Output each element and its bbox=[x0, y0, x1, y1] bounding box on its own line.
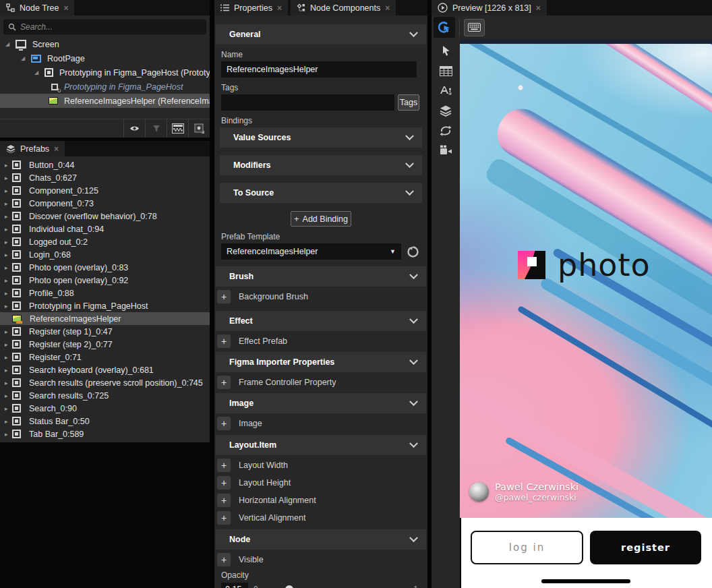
prefab-item[interactable]: ▸Component_0:125 bbox=[0, 184, 210, 197]
section-general[interactable]: General bbox=[216, 24, 426, 45]
expander-icon[interactable]: ▸ bbox=[5, 175, 12, 181]
prefab-template-dropdown[interactable]: ReferenceImagesHelper ▼ bbox=[221, 243, 401, 260]
tree-row-referenceimageshelper[interactable]: ReferenceImagesHelper (ReferenceImag bbox=[0, 94, 210, 108]
layers-icon[interactable] bbox=[439, 105, 452, 117]
preview-viewport[interactable]: photo Pawel Czerwinski @pawel_czerwinski… bbox=[460, 39, 712, 588]
expander-icon[interactable]: ▸ bbox=[5, 380, 12, 386]
section-value-sources[interactable]: Value Sources bbox=[220, 127, 422, 148]
filter-button[interactable] bbox=[145, 119, 167, 138]
prefab-item[interactable]: ▸Search keyboard (overlay)_0:681 bbox=[0, 363, 210, 376]
section-figma-importer[interactable]: Figma Importer Properties bbox=[216, 352, 426, 372]
add-property-button[interactable]: + bbox=[217, 417, 231, 430]
close-icon[interactable]: × bbox=[54, 145, 59, 153]
add-property-button[interactable]: + bbox=[217, 334, 231, 348]
expander-icon[interactable]: ▸ bbox=[5, 162, 12, 169]
close-icon[interactable]: × bbox=[536, 4, 541, 12]
add-property-button[interactable]: + bbox=[217, 476, 231, 490]
expander-icon[interactable]: ▸ bbox=[5, 303, 12, 310]
interaction-mode-button[interactable] bbox=[434, 17, 455, 38]
grid-table-icon[interactable] bbox=[440, 66, 452, 76]
expander-icon[interactable]: ◢ bbox=[3, 41, 11, 47]
tab-prefabs[interactable]: Prefabs × bbox=[0, 141, 65, 156]
prefab-item[interactable]: ▸Search results_0:725 bbox=[0, 389, 210, 402]
prefab-item[interactable]: ▸Register_0:71 bbox=[0, 351, 210, 363]
section-node[interactable]: Node bbox=[216, 529, 426, 550]
expander-icon[interactable]: ▸ bbox=[5, 405, 12, 412]
register-button[interactable]: register bbox=[590, 531, 701, 564]
log-in-button[interactable]: log in bbox=[471, 531, 583, 564]
tree-row-pagehost[interactable]: ◢ Prototyping in Figma_PageHost (Prototy… bbox=[0, 65, 210, 80]
expander-icon[interactable]: ▸ bbox=[5, 252, 12, 258]
prefab-item[interactable]: ▸Component_0:73 bbox=[0, 197, 210, 210]
expander-icon[interactable]: ▸ bbox=[5, 226, 12, 233]
display-mode-button[interactable] bbox=[188, 119, 210, 138]
tree-row-rootpage[interactable]: ◢ RootPage bbox=[0, 51, 210, 65]
expander-icon[interactable]: ◢ bbox=[19, 55, 27, 61]
prefab-item[interactable]: ▸Photo open (overlay)_0:92 bbox=[0, 274, 210, 287]
expander-icon[interactable]: ▸ bbox=[5, 277, 12, 284]
revert-icon[interactable] bbox=[407, 245, 419, 258]
prefab-item[interactable]: ▸Register (step 2)_0:77 bbox=[0, 338, 210, 351]
tab-node-tree[interactable]: Node Tree × bbox=[0, 0, 74, 16]
add-property-button[interactable]: + bbox=[217, 376, 231, 389]
prefab-item[interactable]: ▸Profile_0:88 bbox=[0, 287, 210, 299]
section-brush[interactable]: Brush bbox=[216, 266, 426, 287]
expander-icon[interactable]: ◢ bbox=[32, 69, 40, 76]
add-binding-button[interactable]: + Add Binding bbox=[291, 211, 351, 227]
prefab-item[interactable]: ▸Search results (preserve scroll positio… bbox=[0, 376, 210, 389]
pointer-icon[interactable] bbox=[440, 45, 452, 57]
tree-row-screen[interactable]: ◢ Screen bbox=[0, 37, 210, 51]
expander-icon[interactable]: ▸ bbox=[5, 290, 12, 297]
dither-toggle-button[interactable] bbox=[167, 119, 188, 138]
expander-icon[interactable]: ▸ bbox=[5, 239, 12, 245]
add-property-button[interactable]: + bbox=[217, 494, 231, 507]
expander-icon[interactable]: ▸ bbox=[5, 418, 12, 425]
tree-row-pagehost-instance[interactable]: Prototyping in Figma_PageHost bbox=[0, 80, 210, 94]
add-property-button[interactable]: + bbox=[217, 511, 231, 525]
text-tool-icon[interactable] bbox=[440, 85, 452, 96]
prefab-item[interactable]: ▸Status Bar_0:50 bbox=[0, 415, 210, 428]
tags-input[interactable] bbox=[221, 94, 394, 111]
prefab-item[interactable]: ▸Photo open (overlay)_0:83 bbox=[0, 261, 210, 274]
expander-icon[interactable]: ▸ bbox=[5, 431, 12, 438]
expander-icon[interactable]: ▸ bbox=[5, 341, 12, 348]
prefab-item[interactable]: ▸Logged out_0:2 bbox=[0, 235, 210, 248]
tab-node-components[interactable]: Node Components × bbox=[291, 0, 396, 16]
expander-icon[interactable]: ▸ bbox=[5, 392, 12, 399]
virtual-keyboard-button[interactable] bbox=[464, 19, 485, 36]
visibility-filter-button[interactable] bbox=[123, 119, 145, 138]
name-input[interactable]: ReferenceImagesHelper bbox=[221, 61, 417, 78]
close-icon[interactable]: × bbox=[63, 4, 68, 12]
opacity-slider-handle[interactable] bbox=[285, 585, 293, 588]
section-modifiers[interactable]: Modifiers bbox=[220, 155, 422, 175]
tab-properties[interactable]: Properties × bbox=[214, 0, 288, 16]
expander-icon[interactable]: ▸ bbox=[5, 328, 12, 335]
tags-button[interactable]: Tags bbox=[398, 94, 419, 111]
expander-icon[interactable]: ▸ bbox=[5, 213, 12, 220]
add-property-button[interactable]: + bbox=[217, 290, 231, 303]
expander-icon[interactable]: ▸ bbox=[5, 354, 12, 361]
add-property-button[interactable]: + bbox=[217, 459, 231, 472]
prefab-item-selected[interactable]: ReferenceImagesHelper bbox=[0, 312, 210, 325]
opacity-value-input[interactable]: 0.15 bbox=[221, 583, 248, 588]
camera-icon[interactable] bbox=[440, 145, 452, 155]
section-to-source[interactable]: To Source bbox=[220, 183, 422, 203]
expander-icon[interactable]: ▸ bbox=[5, 367, 12, 374]
connections-icon[interactable] bbox=[440, 125, 452, 136]
section-image[interactable]: Image bbox=[216, 393, 426, 413]
section-layout-item[interactable]: Layout.Item bbox=[216, 435, 426, 455]
expander-icon[interactable]: ▸ bbox=[5, 187, 12, 194]
section-effect[interactable]: Effect bbox=[216, 311, 426, 331]
tab-preview[interactable]: Preview [1226 x 813] × bbox=[432, 0, 547, 16]
home-indicator[interactable] bbox=[541, 579, 630, 583]
close-icon[interactable]: × bbox=[385, 4, 390, 12]
prefab-item[interactable]: ▸Register (step 1)_0:47 bbox=[0, 325, 210, 338]
prefab-item[interactable]: ▸Chats_0:627 bbox=[0, 171, 210, 184]
prefab-item[interactable]: ▸Button_0:44 bbox=[0, 158, 210, 171]
prefab-item[interactable]: ▸Search_0:90 bbox=[0, 402, 210, 415]
prefab-item[interactable]: ▸Individual chat_0:94 bbox=[0, 223, 210, 235]
add-property-button[interactable]: + bbox=[217, 553, 231, 566]
prefab-item[interactable]: ▸Prototyping in Figma_PageHost bbox=[0, 299, 210, 312]
search-input[interactable]: Search... bbox=[3, 20, 206, 34]
expander-icon[interactable]: ▸ bbox=[5, 200, 12, 207]
